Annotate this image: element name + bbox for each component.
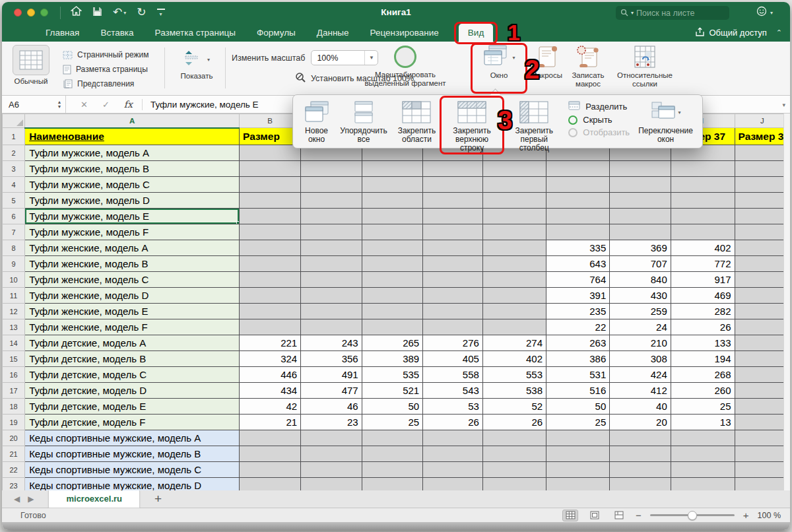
cell-B18[interactable]: 42 (240, 399, 301, 415)
cell-I14[interactable]: 133 (671, 335, 735, 351)
menu-new-window[interactable]: Новое окно (301, 100, 332, 144)
cell-C18[interactable]: 46 (301, 399, 362, 415)
cell-A10[interactable]: Туфли женские, модель C (25, 272, 240, 288)
enter-icon[interactable]: ✓ (102, 100, 110, 110)
cell-B15[interactable]: 324 (240, 351, 301, 367)
cell-J23[interactable] (735, 478, 789, 491)
cell-G17[interactable]: 516 (546, 383, 610, 399)
cell-H3[interactable] (610, 161, 671, 177)
row-header-23[interactable]: 23 (3, 478, 25, 491)
cell-D4[interactable] (362, 177, 423, 193)
cell-C11[interactable] (301, 288, 362, 304)
cell-G7[interactable] (546, 224, 610, 240)
cell-A23[interactable]: Кеды спортивные мужские, модель D (25, 478, 240, 491)
cell-B6[interactable] (240, 209, 301, 224)
cell-F6[interactable] (482, 209, 546, 224)
cell-J16[interactable] (735, 367, 789, 383)
cell-D20[interactable] (362, 430, 423, 446)
zoom-to-selection-button[interactable]: Масштабировать выделенный фрагмент (362, 44, 449, 87)
cell-C17[interactable]: 477 (301, 383, 362, 399)
cell-F8[interactable] (482, 240, 546, 256)
cell-H5[interactable] (610, 193, 671, 209)
cell-J9[interactable] (735, 256, 789, 272)
cell-E18[interactable]: 53 (423, 399, 483, 415)
tab-view[interactable]: Вид (459, 24, 493, 42)
cell-I13[interactable]: 26 (671, 319, 735, 335)
cell-D3[interactable] (362, 161, 423, 177)
cell-I7[interactable] (671, 224, 735, 240)
cell-E9[interactable] (423, 256, 483, 272)
cell-C20[interactable] (301, 430, 362, 446)
next-sheet-arrow[interactable]: ▶ (28, 494, 34, 504)
cell-I12[interactable]: 282 (671, 304, 735, 319)
cell-F17[interactable]: 538 (482, 383, 546, 399)
cell-C13[interactable] (301, 319, 362, 335)
row-header-19[interactable]: 19 (3, 415, 25, 430)
cell-B7[interactable] (240, 224, 301, 240)
cell-I5[interactable] (671, 193, 735, 209)
cell-D13[interactable] (362, 319, 423, 335)
cell-I8[interactable]: 402 (671, 240, 735, 256)
collapse-ribbon-chevron[interactable]: ⌃ (776, 28, 782, 37)
cell-I11[interactable]: 469 (671, 288, 735, 304)
cell-F16[interactable]: 553 (482, 367, 546, 383)
cell-J17[interactable] (735, 383, 789, 399)
cell-I19[interactable]: 13 (671, 415, 735, 430)
row-header-12[interactable]: 12 (3, 304, 25, 319)
cell-G19[interactable]: 25 (546, 415, 610, 430)
cell-A14[interactable]: Туфли детские, модель A (25, 335, 240, 351)
cell-E19[interactable]: 26 (423, 415, 483, 430)
page-layout-toggle[interactable] (587, 510, 603, 521)
cell-D6[interactable] (362, 209, 423, 224)
menu-arrange-all[interactable]: Упорядочить все (338, 100, 389, 144)
show-button[interactable]: ▾ Показать (172, 47, 221, 81)
cell-C12[interactable] (301, 304, 362, 319)
cell-H13[interactable]: 24 (610, 319, 671, 335)
cell-J22[interactable] (735, 462, 789, 478)
row-header-9[interactable]: 9 (3, 256, 25, 272)
cell-E10[interactable] (423, 272, 483, 288)
cell-E5[interactable] (423, 193, 483, 209)
cell-B23[interactable] (240, 478, 301, 491)
cell-B19[interactable]: 21 (240, 415, 301, 430)
cell-A15[interactable]: Туфли детские, модель B (25, 351, 240, 367)
cell-B20[interactable] (240, 430, 301, 446)
cell-G6[interactable] (546, 209, 610, 224)
tab-review[interactable]: Рецензирование (369, 24, 440, 42)
cell-F11[interactable] (482, 288, 546, 304)
cell-A13[interactable]: Туфли женские, модель F (25, 319, 240, 335)
page-break-preview-button[interactable]: Страничный режим (63, 48, 149, 62)
cell-G13[interactable]: 22 (546, 319, 610, 335)
cell-A9[interactable]: Туфли женские, модель B (25, 256, 240, 272)
cell-D22[interactable] (362, 462, 423, 478)
formula-bar-content[interactable]: Туфли мужские, модель Е (150, 100, 259, 110)
cell-B17[interactable]: 434 (240, 383, 301, 399)
cell-I3[interactable] (671, 161, 735, 177)
search-field[interactable]: ▾ Поиск на листе (616, 6, 729, 20)
cell-C23[interactable] (301, 478, 362, 491)
cell-G9[interactable]: 643 (546, 256, 610, 272)
cell-I15[interactable]: 194 (671, 351, 735, 367)
cell-J12[interactable] (735, 304, 789, 319)
column-header-J[interactable]: J (735, 114, 789, 128)
cell-F12[interactable] (482, 304, 546, 319)
cell-B12[interactable] (240, 304, 301, 319)
row-header-1[interactable]: 1 (3, 128, 25, 145)
cell-G20[interactable] (546, 430, 610, 446)
cell-A16[interactable]: Туфли детские, модель C (25, 367, 240, 383)
cell-H21[interactable] (610, 446, 671, 462)
cell-G21[interactable] (546, 446, 610, 462)
cell-G8[interactable]: 335 (546, 240, 610, 256)
cell-E14[interactable]: 276 (423, 335, 483, 351)
zoom-out-button[interactable]: − (636, 510, 642, 521)
cell-D14[interactable]: 265 (362, 335, 423, 351)
cell-J11[interactable] (735, 288, 789, 304)
cell-E3[interactable] (423, 161, 483, 177)
cell-I9[interactable]: 772 (671, 256, 735, 272)
cell-C16[interactable]: 491 (301, 367, 362, 383)
cell-I20[interactable] (671, 430, 735, 446)
cell-I10[interactable]: 917 (671, 272, 735, 288)
cell-I6[interactable] (671, 209, 735, 224)
add-sheet-button[interactable]: + (154, 492, 162, 506)
row-header-21[interactable]: 21 (3, 446, 25, 462)
